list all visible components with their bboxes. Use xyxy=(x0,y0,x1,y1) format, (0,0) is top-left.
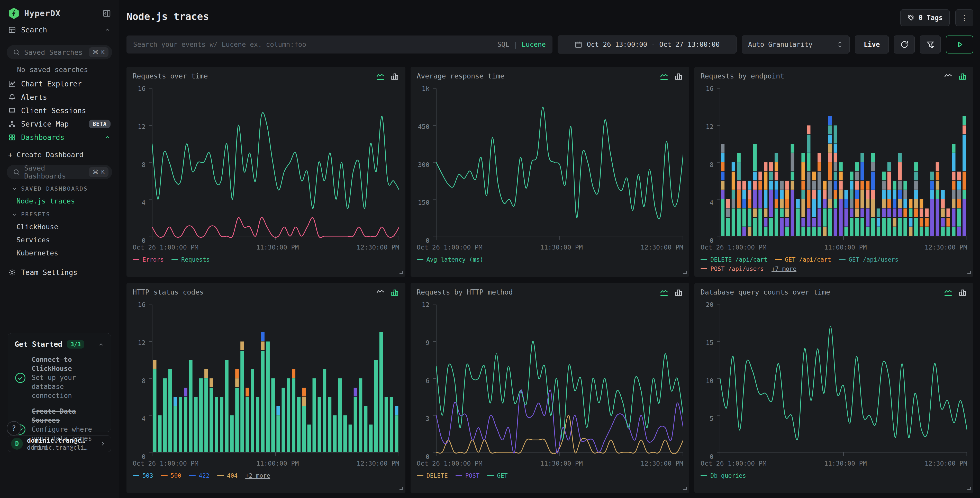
granularity-value: Auto Granularity xyxy=(748,41,812,48)
sidebar-dashboard-nodejs-traces[interactable]: Node.js traces xyxy=(0,192,119,205)
legend-more-link[interactable]: +2 more xyxy=(245,472,270,479)
sidebar-preset-kubernetes[interactable]: Kubernetes xyxy=(0,244,119,257)
legend-item[interactable]: DELETE /api/cart xyxy=(700,256,767,263)
resize-handle[interactable] xyxy=(399,487,403,490)
legend-swatch xyxy=(700,475,707,476)
line-chart-toggle-icon[interactable] xyxy=(943,288,953,297)
legend-item[interactable]: Requests xyxy=(172,256,210,263)
live-button[interactable]: Live xyxy=(855,35,889,54)
sidebar-item-search[interactable]: Search xyxy=(0,24,119,36)
lucene-toggle[interactable]: Lucene xyxy=(522,41,546,48)
line-chart-toggle-icon[interactable] xyxy=(659,72,669,81)
service-map-icon xyxy=(8,120,16,128)
app-root: HyperDX Search Saved Searches ⌘K No save… xyxy=(0,0,980,498)
legend-item[interactable]: Errors xyxy=(133,256,164,263)
legend-item[interactable]: GET /api/cart xyxy=(775,256,831,263)
bar-chart-toggle-icon[interactable] xyxy=(674,72,683,81)
sql-toggle[interactable]: SQL xyxy=(497,41,509,48)
resize-handle[interactable] xyxy=(399,271,403,274)
resize-handle[interactable] xyxy=(683,271,687,274)
sidebar-item-team-settings[interactable]: Team Settings xyxy=(0,266,119,279)
sidebar-preset-services[interactable]: Services xyxy=(0,231,119,244)
x-axis-tick-label: 11:30:00 PM xyxy=(256,244,299,251)
sidebar-item-chart-explorer[interactable]: Chart Explorer xyxy=(0,77,119,91)
refresh-button[interactable] xyxy=(894,35,915,54)
sidebar-collapse-icon[interactable] xyxy=(102,9,111,18)
chart-plot[interactable] xyxy=(433,305,683,456)
tags-button[interactable]: 0 Tags xyxy=(900,9,950,26)
resize-handle[interactable] xyxy=(683,487,687,490)
gear-icon xyxy=(8,268,16,276)
event-search-input[interactable]: Search your events w/ Lucene ex. column:… xyxy=(126,35,552,54)
event-search-placeholder: Search your events w/ Lucene ex. column:… xyxy=(133,41,492,48)
chart-card-requests-by-endpoint: Requests by endpoint 1612840 Oct 26 1:00… xyxy=(694,67,973,277)
resize-handle[interactable] xyxy=(967,487,971,490)
legend-item[interactable]: POST /api/users xyxy=(700,265,764,272)
help-button[interactable]: ? xyxy=(7,421,21,436)
legend-label: GET /api/users xyxy=(849,256,899,263)
bar-chart-toggle-icon[interactable] xyxy=(958,288,967,297)
x-axis-tick-label: 11:00:00 PM xyxy=(824,244,867,251)
legend-item[interactable]: 503 xyxy=(133,472,153,479)
legend-item[interactable]: Db queries xyxy=(700,472,746,479)
bar-chart-toggle-icon[interactable] xyxy=(674,288,683,297)
presets-section-toggle[interactable]: PRESETS xyxy=(0,205,119,218)
legend-label: DELETE xyxy=(426,472,448,479)
chart-plot[interactable] xyxy=(717,88,967,241)
legend-item[interactable]: 404 xyxy=(217,472,238,479)
granularity-select[interactable]: Auto Granularity xyxy=(742,35,850,54)
y-axis-tick-label: 4 xyxy=(142,199,145,206)
legend-item[interactable]: 500 xyxy=(161,472,181,479)
line-chart-toggle-icon[interactable] xyxy=(659,288,669,297)
dashboard-menu-button[interactable]: ⋮ xyxy=(955,9,973,26)
chart-plot[interactable] xyxy=(433,88,683,241)
legend-label: 404 xyxy=(227,472,238,479)
filter-button[interactable] xyxy=(920,35,941,54)
y-axis-tick-label: 16 xyxy=(706,85,713,93)
sidebar-preset-clickhouse[interactable]: ClickHouse xyxy=(0,218,119,231)
date-range-picker[interactable]: Oct 26 13:00:00 - Oct 27 13:00:00 xyxy=(558,35,737,54)
legend-label: Avg latency (ms) xyxy=(426,256,484,263)
x-axis-tick-label: 12:30:00 PM xyxy=(924,244,967,251)
saved-dashboards-section-toggle[interactable]: SAVED DASHBOARDS xyxy=(0,179,119,192)
chart-plot[interactable] xyxy=(149,88,399,241)
sidebar-item-dashboards[interactable]: Dashboards xyxy=(0,131,119,144)
legend-more-link[interactable]: +7 more xyxy=(772,265,797,272)
get-started-task-connect[interactable]: Connect to ClickHouse Set up your databa… xyxy=(15,355,104,400)
legend-item[interactable]: POST xyxy=(455,472,479,479)
saved-dashboards-input[interactable]: Saved Dashboards ⌘K xyxy=(7,165,112,179)
line-chart-toggle-icon[interactable] xyxy=(943,72,953,81)
bar-chart-toggle-icon[interactable] xyxy=(958,72,967,81)
chart-plot[interactable] xyxy=(149,305,399,456)
y-axis-tick-label: 12 xyxy=(706,123,713,130)
y-axis-tick-label: 12 xyxy=(422,301,430,308)
user-menu[interactable]: D dominic.tran@c… dominic.tran@cli… xyxy=(8,436,111,452)
chart-plot[interactable] xyxy=(717,305,967,456)
bar-chart-toggle-icon[interactable] xyxy=(390,288,399,297)
resize-handle[interactable] xyxy=(967,271,971,274)
sidebar-item-client-sessions[interactable]: Client Sessions xyxy=(0,104,119,117)
line-chart-toggle-icon[interactable] xyxy=(375,72,385,81)
run-query-button[interactable] xyxy=(946,35,973,54)
task-desc: Set up your database connection xyxy=(32,373,106,400)
tags-label: 0 Tags xyxy=(918,14,943,22)
kbd-shortcut: ⌘K xyxy=(89,167,108,177)
sidebar-item-service-map[interactable]: Service Map BETA xyxy=(0,117,119,131)
line-chart-toggle-icon[interactable] xyxy=(375,288,385,297)
sidebar-item-alerts[interactable]: Alerts xyxy=(0,91,119,104)
y-axis-tick-label: 0 xyxy=(426,453,430,460)
chevron-up-icon[interactable] xyxy=(98,342,104,348)
x-axis-tick-label: 12:30:00 PM xyxy=(924,460,967,467)
legend-item[interactable]: GET /api/users xyxy=(839,256,899,263)
legend-item[interactable]: Avg latency (ms) xyxy=(417,256,484,263)
filter-edit-icon xyxy=(926,40,935,49)
saved-searches-input[interactable]: Saved Searches ⌘K xyxy=(7,45,112,59)
legend-item[interactable]: DELETE xyxy=(417,472,448,479)
bar-chart-toggle-icon[interactable] xyxy=(390,72,399,81)
legend-item[interactable]: GET xyxy=(487,472,508,479)
search-icon xyxy=(13,49,20,56)
legend-swatch xyxy=(775,259,782,260)
legend-item[interactable]: 422 xyxy=(189,472,210,479)
y-axis-tick-label: 0 xyxy=(426,237,430,244)
create-dashboard-button[interactable]: + Create Dashboard xyxy=(0,144,119,159)
